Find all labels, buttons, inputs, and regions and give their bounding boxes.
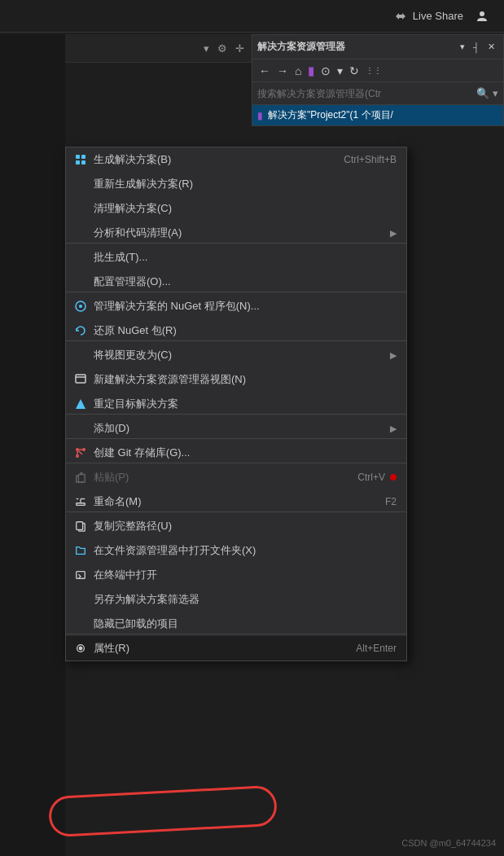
refresh-btn[interactable]: ↻ (348, 63, 361, 79)
forward-btn[interactable]: → (275, 63, 290, 79)
dropdown2-btn[interactable]: ▾ (335, 63, 344, 79)
home-btn[interactable]: ⌂ (293, 63, 303, 79)
menu-item-add[interactable]: 添加(D) ▶ (66, 416, 406, 439)
restore-nuget-icon (72, 323, 89, 339)
svg-rect-1 (76, 155, 80, 159)
menu-label-change-view: 将视图更改为(C) (94, 348, 383, 362)
menu-item-analyze[interactable]: 分析和代码清理(A) ▶ (66, 221, 406, 244)
live-share-icon (393, 9, 408, 24)
top-toolbar: ▾ ⚙ ✛ (65, 34, 252, 63)
svg-rect-19 (77, 503, 85, 506)
menu-shortcut-paste: Ctrl+V (357, 472, 385, 483)
menu-label-open-explorer: 在文件资源管理器中打开文件夹(X) (94, 543, 397, 558)
menu-item-save-filter[interactable]: 另存为解决方案筛选器 (66, 587, 406, 612)
menu-label-paste: 粘贴(P) (94, 470, 341, 485)
svg-point-11 (82, 448, 85, 451)
more-btn[interactable]: ⋮⋮ (364, 64, 383, 77)
menu-item-open-terminal[interactable]: 在终端中打开 (66, 563, 406, 587)
menu-item-new-view[interactable]: 新建解决方案资源管理器视图(N) (66, 367, 406, 392)
menu-item-restore-nuget[interactable]: 还原 NuGet 包(R) (66, 318, 406, 341)
menu-label-rebuild: 重新生成解决方案(R) (94, 177, 397, 191)
git-icon (72, 445, 89, 461)
menu-label-retarget: 重定目标解决方案 (94, 397, 397, 411)
menu-item-clean[interactable]: 清理解决方案(C) (66, 196, 406, 221)
menu-item-open-explorer[interactable]: 在文件资源管理器中打开文件夹(X) (66, 538, 406, 563)
menu-label-clean: 清理解决方案(C) (94, 201, 397, 216)
menu-item-rename[interactable]: 重命名(M) F2 (66, 489, 406, 512)
hide-unloaded-icon (72, 616, 89, 632)
menu-label-batch: 批生成(T)... (94, 250, 397, 265)
svg-point-12 (76, 454, 79, 458)
svg-rect-4 (81, 160, 85, 165)
paste-icon (72, 469, 89, 485)
menu-label-copy-path: 复制完整路径(U) (94, 519, 397, 533)
toolbar-dropdown-btn[interactable]: ▾ (199, 41, 213, 56)
live-share-button[interactable]: Live Share (387, 6, 496, 27)
search-options-btn[interactable]: ▾ (493, 87, 498, 99)
svg-point-10 (76, 448, 79, 451)
back-btn[interactable]: ← (257, 63, 272, 79)
open-terminal-icon (72, 567, 89, 583)
build-icon (72, 151, 89, 168)
left-activity-bar (0, 34, 65, 856)
menu-item-paste[interactable]: 粘贴(P) Ctrl+V (66, 465, 406, 489)
menu-label-open-terminal: 在终端中打开 (94, 568, 397, 582)
menu-item-change-view[interactable]: 将视图更改为(C) ▶ (66, 343, 406, 367)
person-icon (475, 9, 489, 24)
clean-icon (72, 200, 89, 217)
panel-pin-btn[interactable]: ┤ (470, 41, 483, 54)
menu-item-nuget[interactable]: 管理解决方案的 NuGet 程序包(N)... (66, 294, 406, 318)
menu-label-restore-nuget: 还原 NuGet 包(R) (94, 323, 397, 338)
paste-dot (390, 474, 397, 481)
search-input[interactable] (257, 88, 476, 99)
rename-icon (72, 494, 89, 510)
svg-rect-24 (77, 522, 83, 530)
panel-dropdown-btn[interactable]: ▾ (457, 40, 468, 54)
menu-item-batch[interactable]: 批生成(T)... (66, 245, 406, 270)
panel-title: 解决方案资源管理器 (257, 40, 345, 54)
menu-shortcut-build: Ctrl+Shift+B (344, 154, 397, 165)
search-bar: 🔍 ▾ (252, 82, 503, 105)
live-share-label: Live Share (413, 10, 463, 22)
menu-item-config[interactable]: 配置管理器(O)... (66, 270, 406, 292)
new-view-icon (72, 371, 89, 388)
menu-item-hide-unloaded[interactable]: 隐藏已卸载的项目 (66, 612, 406, 634)
menu-label-nuget: 管理解决方案的 NuGet 程序包(N)... (94, 299, 397, 314)
toolbar-move-btn[interactable]: ✛ (231, 41, 248, 56)
analyze-icon (72, 225, 89, 241)
menu-shortcut-properties: Alt+Enter (356, 643, 397, 654)
panel-close-btn[interactable]: ✕ (484, 40, 498, 54)
menu-label-new-view: 新建解决方案资源管理器视图(N) (94, 372, 397, 387)
add-arrow: ▶ (390, 424, 397, 434)
solution-explorer-panel: 解决方案资源管理器 ▾ ┤ ✕ ← → ⌂ ▮ ⊙ ▾ ↻ ⋮⋮ 🔍 ▾ ▮ 解… (252, 34, 504, 126)
svg-rect-25 (77, 572, 85, 579)
menu-label-git: 创建 Git 存储库(G)... (94, 446, 397, 460)
panel-header: 解决方案资源管理器 ▾ ┤ ✕ (252, 35, 503, 59)
panel-nav-toolbar: ← → ⌂ ▮ ⊙ ▾ ↻ ⋮⋮ (252, 59, 503, 82)
menu-item-rebuild[interactable]: 重新生成解决方案(R) (66, 172, 406, 196)
svg-rect-16 (78, 475, 85, 483)
menu-item-retarget[interactable]: 重定目标解决方案 (66, 392, 406, 415)
menu-label-save-filter: 另存为解决方案筛选器 (94, 592, 397, 607)
rebuild-icon (72, 176, 89, 192)
watermark-text: CSDN @m0_64744234 (401, 838, 496, 848)
menu-item-properties[interactable]: 属性(R) Alt+Enter (66, 636, 406, 661)
menu-item-git[interactable]: 创建 Git 存储库(G)... (66, 441, 406, 463)
svg-point-28 (79, 647, 82, 650)
change-view-icon (72, 347, 89, 363)
menu-label-properties: 属性(R) (94, 641, 340, 656)
config-icon (72, 274, 89, 290)
project-icon: ▮ (257, 110, 263, 121)
search-icon[interactable]: 🔍 (476, 87, 489, 99)
project-item[interactable]: ▮ 解决方案"Project2"(1 个项目/ (252, 105, 503, 125)
svg-rect-2 (81, 155, 85, 159)
menu-item-copy-path[interactable]: 复制完整路径(U) (66, 514, 406, 538)
history-btn[interactable]: ⊙ (319, 63, 332, 79)
svg-point-0 (480, 11, 484, 16)
toolbar-settings-btn[interactable]: ⚙ (213, 41, 231, 56)
menu-item-build[interactable]: 生成解决方案(B) Ctrl+Shift+B (66, 147, 406, 172)
svg-point-6 (79, 305, 82, 308)
top-bar: Live Share (0, 0, 504, 33)
copy-path-icon (72, 518, 89, 534)
menu-label-config: 配置管理器(O)... (94, 274, 397, 289)
